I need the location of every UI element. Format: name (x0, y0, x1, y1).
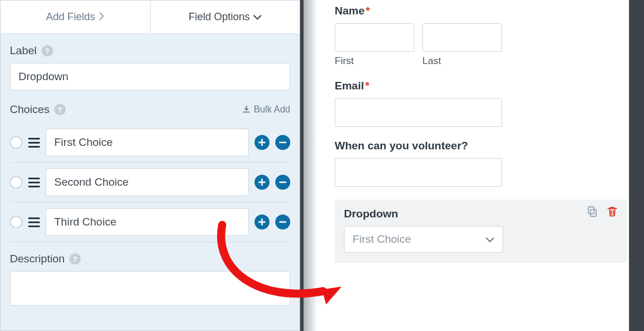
default-choice-radio[interactable] (10, 176, 23, 189)
help-icon[interactable]: ? (69, 253, 81, 265)
add-choice-button[interactable] (254, 175, 269, 190)
chevron-down-icon (253, 11, 261, 23)
required-asterisk: * (366, 5, 370, 17)
plus-icon (258, 178, 266, 186)
choice-input[interactable] (46, 168, 249, 196)
label-heading: Label (10, 44, 37, 57)
description-textarea[interactable] (10, 271, 290, 306)
choice-row (10, 123, 290, 163)
plus-icon (258, 138, 266, 146)
download-icon (242, 106, 250, 114)
chevron-right-icon (99, 11, 104, 23)
required-asterisk: * (365, 80, 369, 92)
last-sublabel: Last (422, 55, 502, 67)
preview-name-field[interactable]: Name* First Last (335, 5, 627, 67)
minus-icon (279, 178, 287, 186)
drag-handle-icon[interactable] (28, 176, 40, 188)
panel-divider (300, 0, 317, 331)
email-input[interactable] (335, 98, 502, 127)
tab-add-fields-label: Add Fields (46, 11, 95, 23)
right-edge-shadow (629, 0, 644, 331)
last-name-input[interactable] (422, 23, 502, 52)
panel-tabs: Add Fields Field Options (1, 1, 299, 34)
minus-icon (279, 218, 287, 226)
form-preview: Name* First Last Email* When can you vol… (317, 0, 644, 331)
add-choice-button[interactable] (254, 135, 269, 150)
help-icon[interactable]: ? (42, 45, 53, 57)
drag-handle-icon[interactable] (28, 216, 40, 228)
name-label: Name (335, 5, 365, 17)
duplicate-icon[interactable] (585, 205, 598, 218)
volunteer-label: When can you volunteer? (335, 140, 627, 152)
trash-icon[interactable] (606, 205, 619, 218)
plus-icon (258, 218, 266, 226)
choice-row (10, 202, 290, 242)
description-heading: Description (10, 253, 65, 265)
bulk-add-button[interactable]: Bulk Add (242, 104, 290, 115)
first-name-input[interactable] (335, 23, 414, 52)
choice-input[interactable] (46, 208, 249, 236)
tab-field-options-label: Field Options (189, 11, 250, 23)
choice-input[interactable] (46, 129, 249, 156)
help-icon[interactable]: ? (54, 104, 66, 115)
svg-rect-0 (589, 207, 594, 214)
dropdown-selected-value: First Choice (353, 233, 411, 246)
remove-choice-button[interactable] (275, 215, 290, 230)
minus-icon (279, 138, 287, 146)
remove-choice-button[interactable] (275, 175, 290, 190)
field-options-panel: Add Fields Field Options Label ? (0, 0, 300, 331)
choice-row (10, 163, 290, 202)
first-sublabel: First (335, 55, 414, 67)
remove-choice-button[interactable] (275, 135, 290, 150)
default-choice-radio[interactable] (10, 136, 23, 149)
field-label-input[interactable] (10, 63, 290, 91)
tab-field-options[interactable]: Field Options (151, 1, 300, 33)
volunteer-input[interactable] (335, 158, 502, 187)
choices-heading: Choices (10, 103, 50, 116)
chevron-down-icon (485, 233, 495, 246)
dropdown-label: Dropdown (344, 208, 617, 220)
email-label: Email (335, 80, 364, 92)
preview-email-field[interactable]: Email* (335, 80, 627, 127)
drag-handle-icon[interactable] (28, 137, 40, 148)
svg-rect-1 (590, 209, 596, 216)
default-choice-radio[interactable] (10, 216, 23, 228)
add-choice-button[interactable] (254, 215, 269, 230)
preview-dropdown-field[interactable]: Dropdown First Choice (335, 200, 627, 263)
preview-volunteer-field[interactable]: When can you volunteer? (335, 140, 627, 187)
tab-add-fields[interactable]: Add Fields (1, 1, 151, 33)
dropdown-select[interactable]: First Choice (344, 226, 503, 253)
bulk-add-label: Bulk Add (254, 104, 290, 115)
